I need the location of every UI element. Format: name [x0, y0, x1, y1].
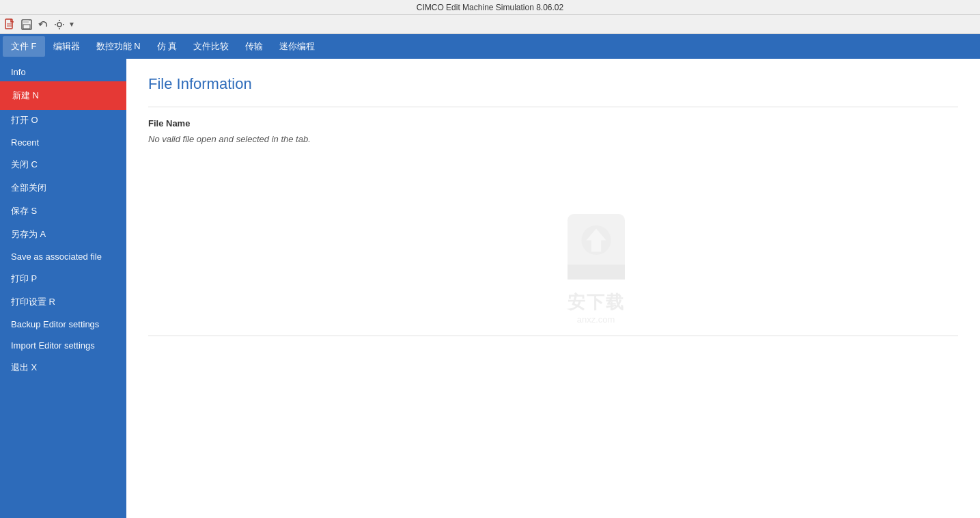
content-area: File Information File Name No valid file…	[126, 59, 980, 518]
menu-compare[interactable]: 文件比较	[185, 36, 237, 57]
sidebar-item-print[interactable]: 打印 P	[0, 267, 126, 290]
divider-bottom	[148, 336, 958, 336]
sidebar-item-close[interactable]: 关闭 C	[0, 153, 126, 176]
svg-rect-4	[23, 20, 29, 23]
sidebar-item-exit[interactable]: 退出 X	[0, 356, 126, 379]
sidebar-item-info[interactable]: Info	[0, 62, 126, 83]
content-inner: File Information File Name No valid file…	[126, 59, 980, 364]
menu-bar: 文件 F 编辑器 数控功能 N 仿 真 文件比较 传输 迷你编程	[0, 34, 980, 59]
save-icon[interactable]	[19, 17, 34, 32]
menu-editor[interactable]: 编辑器	[45, 36, 88, 57]
sidebar-item-import[interactable]: Import Editor settings	[0, 335, 126, 356]
sidebar-item-open[interactable]: 打开 O	[0, 109, 126, 132]
svg-point-6	[57, 23, 61, 27]
divider-top	[148, 107, 958, 107]
sidebar-item-closeall[interactable]: 全部关闭	[0, 176, 126, 200]
sidebar: Info 新建 N 打开 O Recent 关闭 C 全部关闭 保存 S 另存为…	[0, 59, 126, 518]
page-title: File Information	[148, 75, 958, 93]
sidebar-item-printsetup[interactable]: 打印设置 R	[0, 290, 126, 314]
undo-icon[interactable]	[36, 17, 51, 32]
field-value-filename: No valid file open and selected in the t…	[148, 134, 958, 144]
menu-mini[interactable]: 迷你编程	[271, 36, 323, 57]
title-bar: CIMCO Edit Machine Simulation 8.06.02	[0, 0, 980, 15]
sidebar-item-backup[interactable]: Backup Editor settings	[0, 314, 126, 335]
sidebar-item-saveas[interactable]: 另存为 A	[0, 223, 126, 246]
new-file-icon[interactable]	[3, 17, 18, 32]
menu-sim[interactable]: 仿 真	[149, 36, 186, 57]
settings-icon[interactable]	[52, 17, 67, 32]
main-layout: Info 新建 N 打开 O Recent 关闭 C 全部关闭 保存 S 另存为…	[0, 59, 980, 518]
toolbar: ▼	[0, 15, 980, 34]
menu-nc[interactable]: 数控功能 N	[88, 36, 149, 57]
menu-file[interactable]: 文件 F	[3, 36, 45, 57]
svg-rect-5	[23, 25, 30, 29]
toolbar-dropdown[interactable]: ▼	[68, 21, 75, 28]
sidebar-item-recent[interactable]: Recent	[0, 132, 126, 153]
menu-transfer[interactable]: 传输	[237, 36, 271, 57]
sidebar-item-new[interactable]: 新建 N	[0, 83, 126, 109]
sidebar-item-save[interactable]: 保存 S	[0, 200, 126, 223]
field-label-filename: File Name	[148, 118, 958, 128]
app-title: CIMCO Edit Machine Simulation 8.06.02	[417, 3, 563, 12]
sidebar-item-save-associated[interactable]: Save as associated file	[0, 246, 126, 267]
